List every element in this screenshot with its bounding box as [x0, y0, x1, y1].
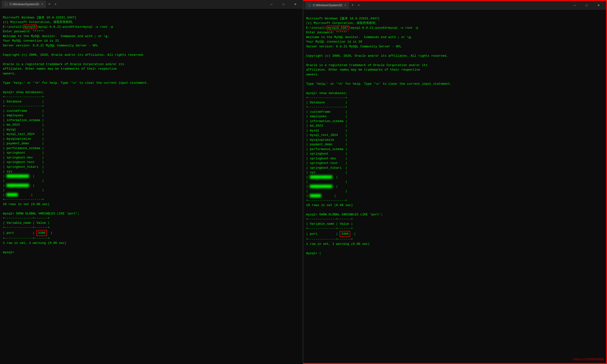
left-blurred3: ██████	[7, 193, 18, 197]
right-var-table-top: +---------------+-------+	[306, 217, 353, 221]
right-chevron-button[interactable]: ∨	[356, 2, 362, 8]
left-line11: Oracle is a registered trademark of Orac…	[3, 63, 124, 66]
left-blurred2: ████████████	[7, 183, 29, 188]
left-line3-post: \mysql-8.0.21-winx64\bin>mysql -u root -…	[37, 25, 113, 29]
left-row-warn: 1 row in set, 1 warning (0.00 sec)	[3, 241, 66, 245]
right-line2: (c) Microsoft Corporation, 保留所有权利。	[306, 21, 378, 25]
right-blurred3: ██████	[310, 194, 321, 198]
right-window-controls: ─ □ ✕	[569, 2, 604, 9]
left-port-value: 3306	[36, 230, 47, 236]
left-tab-close[interactable]: ✕	[41, 3, 43, 5]
left-var-table-bot: +---------------+-------+	[3, 236, 50, 240]
right-add-tab-button[interactable]: +	[350, 2, 355, 8]
left-prompt-end: mysql>	[3, 251, 14, 254]
right-prompt-end: mysql> |	[306, 251, 321, 255]
left-var-table-hdr: | Variable_name | Value |	[3, 221, 50, 225]
left-table-top: +--------------------+	[3, 95, 44, 99]
right-blurred1: ████████████	[310, 175, 333, 180]
right-terminal-content: Microsoft Windows [版本 10.0.22631.3447] (…	[303, 10, 606, 363]
left-line2: (c) Microsoft Corporation, 保留所有权利。	[3, 20, 75, 24]
left-tab[interactable]: ⬡ C:\Windows\System32\ ✕	[2, 1, 46, 8]
left-tab-bar: ⬡ C:\Windows\System32\ ✕ + ∨	[2, 1, 58, 8]
right-rows-info: 19 rows in set (0.00 sec)	[306, 203, 353, 207]
right-minimize-button[interactable]: ─	[569, 2, 580, 9]
right-tab-icon: ⬡	[308, 3, 311, 7]
right-line4: Enter password: ******	[306, 31, 347, 34]
left-minimize-button[interactable]: ─	[266, 1, 277, 8]
right-port-row: | port | 3306 |	[306, 232, 356, 236]
left-show-vars: mysql> SHOW GLOBAL VARIABLES LIKE 'port'…	[3, 212, 79, 215]
left-highlight-path: mysql8	[24, 25, 37, 29]
left-var-table-top: +---------------+-------+	[3, 216, 50, 220]
right-line3-post: \mysql-8.0.21-winx64>mysql -u root -p	[349, 26, 418, 30]
right-show-db: mysql> show databases;	[306, 91, 347, 95]
left-line1: Microsoft Windows [版本 10.0.22631.3447]	[3, 16, 76, 19]
right-blurred2: ████████████	[310, 184, 333, 189]
right-port-value: 3306	[340, 231, 350, 237]
right-var-table-bot: +---------------+-------+	[306, 237, 353, 241]
left-line5: Welcome to the MySQL monitor. Commands e…	[3, 34, 109, 38]
right-tab-close[interactable]: ✕	[344, 4, 346, 6]
right-line7: Server version: 8.0.21 MySQL Community S…	[306, 45, 401, 48]
right-line13: owners.	[306, 73, 319, 76]
left-var-table-sep: +---------------+-------+	[3, 226, 50, 229]
right-tab-label: C:\Windows\System32\	[313, 4, 343, 7]
right-line5: Welcome to the MySQL monitor. Commands e…	[306, 35, 413, 39]
left-tab-label: C:\Windows\System32\	[10, 3, 39, 6]
left-close-button[interactable]: ✕	[290, 1, 301, 8]
left-table-sep: +--------------------+	[3, 104, 44, 108]
left-line6: Your MySQL connection id is 21	[3, 39, 59, 43]
right-var-table-sep: +---------------+-------+	[306, 227, 353, 230]
right-terminal-window: ⬡ C:\Windows\System32\ ✕ + ∨ ─ □ ✕ Micro…	[303, 0, 607, 364]
right-tab[interactable]: ⬡ C:\Windows\System32\ ✕	[305, 2, 349, 9]
right-line15: Type 'help;' or '\h' for help. Type '\c'…	[306, 82, 452, 86]
right-line6: Your MySQL connection id is 20	[306, 40, 362, 44]
right-show-vars: mysql> SHOW GLOBAL VARIABLES LIKE 'port'…	[306, 213, 383, 216]
left-maximize-button[interactable]: □	[278, 1, 289, 8]
left-line3-pre: E:\install\	[3, 25, 24, 29]
right-line9: Copyright (c) 2000, 2020, Oracle and/or …	[306, 54, 448, 58]
left-table-hdr: | Database |	[3, 100, 44, 103]
left-blurred1: ████████████	[7, 174, 29, 179]
left-line9: Copyright (c) 2000, 2020, Oracle and/or …	[3, 53, 145, 57]
windows-container: ⬡ C:\Windows\System32\ ✕ + ∨ ─ □ ✕ Micro…	[0, 0, 607, 364]
right-table-sep: +--------------------+	[306, 105, 347, 109]
right-titlebar: ⬡ C:\Windows\System32\ ✕ + ∨ ─ □ ✕	[303, 1, 606, 10]
left-terminal-window: ⬡ C:\Windows\System32\ ✕ + ∨ ─ □ ✕ Micro…	[0, 0, 303, 364]
left-tab-icon: ⬡	[5, 2, 8, 6]
right-tab-bar: ⬡ C:\Windows\System32\ ✕ + ∨	[305, 2, 362, 9]
left-window-controls: ─ □ ✕	[266, 1, 301, 8]
left-chevron-button[interactable]: ∨	[53, 1, 58, 7]
left-add-tab-button[interactable]: +	[46, 1, 52, 7]
right-table-top: +--------------------+	[306, 96, 347, 100]
left-terminal-content: Microsoft Windows [版本 10.0.22631.3447] (…	[0, 9, 303, 364]
right-line11: Oracle is a registered trademark of Orac…	[306, 64, 427, 67]
right-line1: Microsoft Windows [版本 10.0.22631.3447]	[306, 17, 380, 20]
left-line12: affiliates. Other names may be trademark…	[3, 67, 117, 71]
left-line15: Type 'help;' or '\h' for help. Type '\c'…	[3, 81, 149, 85]
left-line7: Server version: 8.0.21 MySQL Community S…	[3, 44, 98, 47]
left-rows-info: 19 rows in set (0.00 sec)	[3, 202, 50, 206]
right-var-table-hdr: | Variable_name | Value |	[306, 222, 353, 226]
watermark: CSDN 让IT世界因你而精彩	[572, 358, 604, 361]
right-line12: affiliates. Other names may be trademark…	[306, 68, 420, 72]
right-table-hdr: | Database |	[306, 101, 347, 104]
left-show-db: mysql> show databases;	[3, 91, 44, 94]
right-line3-pre: E:\install\	[306, 26, 327, 30]
left-port-row: | port | 3306 |	[3, 231, 52, 235]
right-close-button[interactable]: ✕	[593, 2, 604, 9]
right-highlight-path: mysql8_3307	[327, 26, 349, 30]
left-line4: Enter password: ******	[3, 30, 44, 33]
left-line13: owners.	[3, 72, 16, 75]
right-maximize-button[interactable]: □	[581, 2, 592, 9]
right-row-warn: 1 row in set, 1 warning (0.00 sec)	[306, 242, 370, 246]
left-titlebar: ⬡ C:\Windows\System32\ ✕ + ∨ ─ □ ✕	[0, 0, 303, 9]
